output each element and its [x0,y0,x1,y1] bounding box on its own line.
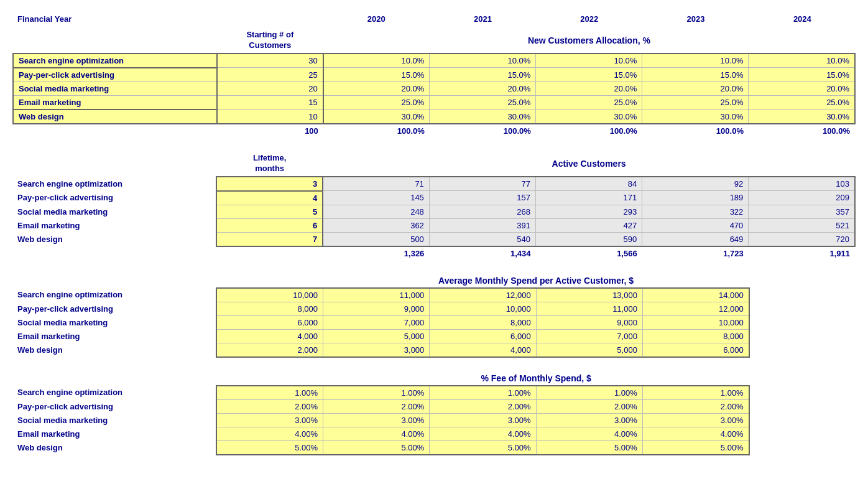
s4-val-3-2: 4.00% [430,427,536,440]
s4-val-4-3: 5.00% [536,440,642,455]
s3-label-3: Email marketing [12,329,216,343]
s1-start-4: 10 [217,109,323,124]
s2-row-2: Social media marketing 5 248 268 293 322… [12,205,855,218]
s3-val-3-2: 6,000 [430,329,536,343]
s2-val-2-3: 322 [642,205,749,218]
s2-row-0: Search engine optimization 3 71 77 84 92… [12,177,855,191]
s2-total-row: 1,326 1,434 1,566 1,723 1,911 [12,246,855,260]
s1-start-1: 25 [217,68,323,82]
s2-val-4-0: 500 [323,232,429,246]
s4-val-1-2: 2.00% [430,399,536,413]
s4-row-4: Web design 5.00% 5.00% 5.00% 5.00% 5.00% [12,440,856,455]
s1-total-4: 100.0% [749,124,855,137]
s2-val-4-4: 720 [749,232,855,246]
s2-val-4-2: 590 [536,232,642,246]
s4-val-0-3: 1.00% [536,386,642,400]
s1-val-2-4: 20.0% [749,82,855,95]
s3-label-0: Search engine optimization [12,288,216,302]
s4-val-1-1: 2.00% [323,399,430,413]
s3-val-2-2: 8,000 [430,315,536,329]
spacer-1 [12,139,856,151]
s2-lifetime-4: 7 [216,232,323,246]
s4-val-4-1: 5.00% [323,440,430,455]
s1-val-0-4: 10.0% [749,54,855,68]
s2-val-0-4: 103 [749,177,855,191]
s3-val-3-1: 5,000 [323,329,430,343]
s4-val-2-4: 3.00% [642,413,749,427]
s2-lifetime-2: 5 [216,205,323,218]
year-header-row: Financial Year 2020 2021 2022 2023 2024 [12,12,856,26]
s2-val-3-3: 470 [642,218,749,232]
s3-val-4-1: 3,000 [323,343,430,357]
s4-val-1-0: 2.00% [216,399,323,413]
s4-val-0-2: 1.00% [430,386,536,400]
s4-empty-3 [749,427,856,440]
s2-val-3-4: 521 [749,218,855,232]
s1-label-3: Email marketing [13,95,217,109]
s3-val-1-2: 10,000 [430,302,536,315]
s4-row-1: Pay-per-click advertising 2.00% 2.00% 2.… [12,399,856,413]
s1-val-1-4: 15.0% [749,68,855,82]
s3-val-0-3: 13,000 [536,288,642,302]
year-2021: 2021 [430,12,536,26]
s3-val-4-3: 5,000 [536,343,642,357]
section4-subheader: % Fee of Monthly Spend, $ [12,371,856,386]
financial-year-label: Financial Year [12,12,216,26]
s3-row-1: Pay-per-click advertising 8,000 9,000 10… [12,302,856,315]
s1-total-1: 100.0% [430,124,536,137]
s1-val-3-3: 25.0% [642,95,749,109]
section1-section-header: New Customers Allocation, % [323,28,855,54]
s2-row-4: Web design 7 500 540 590 649 720 [12,232,855,246]
section4-table: % Fee of Monthly Spend, $ Search engine … [12,371,856,455]
s4-row-2: Social media marketing 3.00% 3.00% 3.00%… [12,413,856,427]
s3-val-2-0: 6,000 [216,315,323,329]
s4-val-1-3: 2.00% [536,399,642,413]
s1-val-4-3: 30.0% [642,109,749,124]
s4-val-3-1: 4.00% [323,427,430,440]
s3-val-1-3: 11,000 [536,302,642,315]
section3-subheader: Average Monthly Spend per Active Custome… [12,274,856,288]
s1-val-4-4: 30.0% [749,109,855,124]
s4-val-3-3: 4.00% [536,427,642,440]
s3-row-3: Email marketing 4,000 5,000 6,000 7,000 … [12,329,856,343]
s2-val-2-4: 357 [749,205,855,218]
s3-val-2-1: 7,000 [323,315,430,329]
s1-val-3-0: 25.0% [323,95,430,109]
s3-val-3-0: 4,000 [216,329,323,343]
s1-val-3-2: 25.0% [536,95,642,109]
s1-start-0: 30 [217,54,323,68]
s1-val-2-0: 20.0% [323,82,430,95]
s2-label-0: Search engine optimization [12,177,216,191]
section3-label-spacer [12,274,216,288]
s2-lifetime-0: 3 [216,177,323,191]
s2-total-2: 1,566 [536,246,642,260]
s1-total-row: 100 100.0% 100.0% 100.0% 100.0% 100.0% [13,124,855,137]
spacer-2 [12,261,856,274]
s3-label-4: Web design [12,343,216,357]
s4-val-1-4: 2.00% [642,399,749,413]
s1-row-4: Web design 10 30.0% 30.0% 30.0% 30.0% 30… [13,109,855,124]
s3-empty-4 [749,343,856,357]
s1-val-3-4: 25.0% [749,95,855,109]
s1-total-label [13,124,217,137]
s4-empty-1 [749,399,856,413]
section1-table: Starting # ofCustomers New Customers All… [12,28,856,137]
s4-val-4-2: 5.00% [430,440,536,455]
col-start-spacer [216,12,323,26]
year-2024: 2024 [749,12,856,26]
main-header: Financial Year 2020 2021 2022 2023 2024 [12,12,856,26]
s1-total-start: 100 [217,124,323,137]
s3-val-1-4: 12,000 [642,302,749,315]
s2-val-0-2: 84 [536,177,642,191]
spacer-3 [12,359,856,371]
s4-val-0-0: 1.00% [216,386,323,400]
year-2023: 2023 [642,12,749,26]
s3-val-4-4: 6,000 [642,343,749,357]
s2-total-3: 1,723 [642,246,749,260]
s4-label-2: Social media marketing [12,413,216,427]
s2-val-1-2: 171 [536,191,642,205]
s1-total-3: 100.0% [642,124,749,137]
s4-val-2-2: 3.00% [430,413,536,427]
s1-row-0: Search engine optimization 30 10.0% 10.0… [13,54,855,68]
s1-label-4: Web design [13,109,217,124]
